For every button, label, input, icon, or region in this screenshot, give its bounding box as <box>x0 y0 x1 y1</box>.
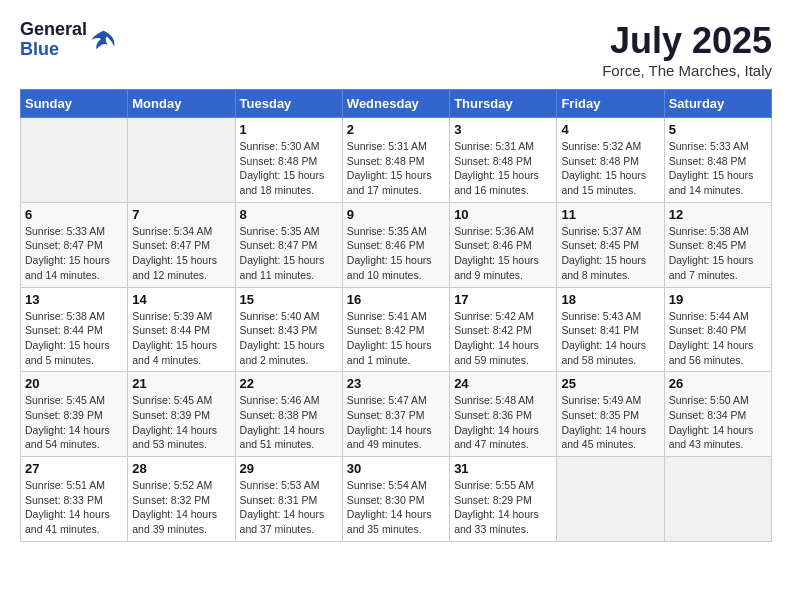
calendar-cell: 3Sunrise: 5:31 AM Sunset: 8:48 PM Daylig… <box>450 118 557 203</box>
weekday-header: Wednesday <box>342 90 449 118</box>
day-number: 11 <box>561 207 659 222</box>
day-number: 8 <box>240 207 338 222</box>
calendar-week-row: 20Sunrise: 5:45 AM Sunset: 8:39 PM Dayli… <box>21 372 772 457</box>
day-detail: Sunrise: 5:45 AM Sunset: 8:39 PM Dayligh… <box>132 393 230 452</box>
calendar-cell: 18Sunrise: 5:43 AM Sunset: 8:41 PM Dayli… <box>557 287 664 372</box>
calendar-cell: 1Sunrise: 5:30 AM Sunset: 8:48 PM Daylig… <box>235 118 342 203</box>
day-detail: Sunrise: 5:39 AM Sunset: 8:44 PM Dayligh… <box>132 309 230 368</box>
calendar-cell: 14Sunrise: 5:39 AM Sunset: 8:44 PM Dayli… <box>128 287 235 372</box>
day-detail: Sunrise: 5:35 AM Sunset: 8:46 PM Dayligh… <box>347 224 445 283</box>
calendar-cell: 31Sunrise: 5:55 AM Sunset: 8:29 PM Dayli… <box>450 457 557 542</box>
calendar-cell: 23Sunrise: 5:47 AM Sunset: 8:37 PM Dayli… <box>342 372 449 457</box>
calendar-cell: 21Sunrise: 5:45 AM Sunset: 8:39 PM Dayli… <box>128 372 235 457</box>
day-number: 14 <box>132 292 230 307</box>
day-number: 27 <box>25 461 123 476</box>
calendar-cell: 22Sunrise: 5:46 AM Sunset: 8:38 PM Dayli… <box>235 372 342 457</box>
page-header: General Blue July 2025 Force, The Marche… <box>20 20 772 79</box>
calendar-cell <box>557 457 664 542</box>
day-number: 13 <box>25 292 123 307</box>
day-number: 4 <box>561 122 659 137</box>
day-detail: Sunrise: 5:45 AM Sunset: 8:39 PM Dayligh… <box>25 393 123 452</box>
logo: General Blue <box>20 20 117 60</box>
day-detail: Sunrise: 5:40 AM Sunset: 8:43 PM Dayligh… <box>240 309 338 368</box>
calendar-cell: 12Sunrise: 5:38 AM Sunset: 8:45 PM Dayli… <box>664 202 771 287</box>
day-number: 5 <box>669 122 767 137</box>
day-detail: Sunrise: 5:43 AM Sunset: 8:41 PM Dayligh… <box>561 309 659 368</box>
day-number: 18 <box>561 292 659 307</box>
weekday-header: Sunday <box>21 90 128 118</box>
calendar-cell: 25Sunrise: 5:49 AM Sunset: 8:35 PM Dayli… <box>557 372 664 457</box>
day-detail: Sunrise: 5:48 AM Sunset: 8:36 PM Dayligh… <box>454 393 552 452</box>
day-number: 23 <box>347 376 445 391</box>
calendar-cell: 30Sunrise: 5:54 AM Sunset: 8:30 PM Dayli… <box>342 457 449 542</box>
day-detail: Sunrise: 5:36 AM Sunset: 8:46 PM Dayligh… <box>454 224 552 283</box>
calendar-cell: 2Sunrise: 5:31 AM Sunset: 8:48 PM Daylig… <box>342 118 449 203</box>
day-detail: Sunrise: 5:38 AM Sunset: 8:45 PM Dayligh… <box>669 224 767 283</box>
calendar-week-row: 1Sunrise: 5:30 AM Sunset: 8:48 PM Daylig… <box>21 118 772 203</box>
calendar-cell: 10Sunrise: 5:36 AM Sunset: 8:46 PM Dayli… <box>450 202 557 287</box>
calendar-cell: 27Sunrise: 5:51 AM Sunset: 8:33 PM Dayli… <box>21 457 128 542</box>
day-detail: Sunrise: 5:35 AM Sunset: 8:47 PM Dayligh… <box>240 224 338 283</box>
day-detail: Sunrise: 5:52 AM Sunset: 8:32 PM Dayligh… <box>132 478 230 537</box>
calendar-cell: 5Sunrise: 5:33 AM Sunset: 8:48 PM Daylig… <box>664 118 771 203</box>
day-detail: Sunrise: 5:54 AM Sunset: 8:30 PM Dayligh… <box>347 478 445 537</box>
logo-bird-icon <box>89 26 117 54</box>
day-number: 3 <box>454 122 552 137</box>
logo-general-text: General <box>20 20 87 40</box>
calendar-cell: 29Sunrise: 5:53 AM Sunset: 8:31 PM Dayli… <box>235 457 342 542</box>
day-number: 22 <box>240 376 338 391</box>
day-number: 29 <box>240 461 338 476</box>
weekday-header: Tuesday <box>235 90 342 118</box>
calendar-week-row: 6Sunrise: 5:33 AM Sunset: 8:47 PM Daylig… <box>21 202 772 287</box>
calendar-table: SundayMondayTuesdayWednesdayThursdayFrid… <box>20 89 772 542</box>
calendar-cell: 15Sunrise: 5:40 AM Sunset: 8:43 PM Dayli… <box>235 287 342 372</box>
calendar-cell: 9Sunrise: 5:35 AM Sunset: 8:46 PM Daylig… <box>342 202 449 287</box>
day-number: 21 <box>132 376 230 391</box>
day-detail: Sunrise: 5:31 AM Sunset: 8:48 PM Dayligh… <box>347 139 445 198</box>
day-detail: Sunrise: 5:37 AM Sunset: 8:45 PM Dayligh… <box>561 224 659 283</box>
day-number: 9 <box>347 207 445 222</box>
day-detail: Sunrise: 5:33 AM Sunset: 8:48 PM Dayligh… <box>669 139 767 198</box>
day-number: 20 <box>25 376 123 391</box>
day-detail: Sunrise: 5:47 AM Sunset: 8:37 PM Dayligh… <box>347 393 445 452</box>
calendar-cell <box>21 118 128 203</box>
month-year: July 2025 <box>602 20 772 62</box>
calendar-cell: 26Sunrise: 5:50 AM Sunset: 8:34 PM Dayli… <box>664 372 771 457</box>
day-detail: Sunrise: 5:49 AM Sunset: 8:35 PM Dayligh… <box>561 393 659 452</box>
calendar-cell: 11Sunrise: 5:37 AM Sunset: 8:45 PM Dayli… <box>557 202 664 287</box>
day-number: 7 <box>132 207 230 222</box>
day-detail: Sunrise: 5:44 AM Sunset: 8:40 PM Dayligh… <box>669 309 767 368</box>
weekday-header-row: SundayMondayTuesdayWednesdayThursdayFrid… <box>21 90 772 118</box>
day-number: 30 <box>347 461 445 476</box>
day-number: 19 <box>669 292 767 307</box>
day-number: 15 <box>240 292 338 307</box>
day-detail: Sunrise: 5:30 AM Sunset: 8:48 PM Dayligh… <box>240 139 338 198</box>
calendar-cell <box>128 118 235 203</box>
calendar-cell <box>664 457 771 542</box>
day-number: 16 <box>347 292 445 307</box>
calendar-week-row: 13Sunrise: 5:38 AM Sunset: 8:44 PM Dayli… <box>21 287 772 372</box>
day-detail: Sunrise: 5:46 AM Sunset: 8:38 PM Dayligh… <box>240 393 338 452</box>
logo-blue-text: Blue <box>20 40 87 60</box>
day-number: 10 <box>454 207 552 222</box>
day-number: 26 <box>669 376 767 391</box>
day-detail: Sunrise: 5:38 AM Sunset: 8:44 PM Dayligh… <box>25 309 123 368</box>
calendar-cell: 28Sunrise: 5:52 AM Sunset: 8:32 PM Dayli… <box>128 457 235 542</box>
calendar-cell: 20Sunrise: 5:45 AM Sunset: 8:39 PM Dayli… <box>21 372 128 457</box>
calendar-cell: 17Sunrise: 5:42 AM Sunset: 8:42 PM Dayli… <box>450 287 557 372</box>
weekday-header: Saturday <box>664 90 771 118</box>
day-detail: Sunrise: 5:55 AM Sunset: 8:29 PM Dayligh… <box>454 478 552 537</box>
calendar-cell: 13Sunrise: 5:38 AM Sunset: 8:44 PM Dayli… <box>21 287 128 372</box>
calendar-cell: 8Sunrise: 5:35 AM Sunset: 8:47 PM Daylig… <box>235 202 342 287</box>
day-number: 28 <box>132 461 230 476</box>
day-number: 25 <box>561 376 659 391</box>
day-detail: Sunrise: 5:32 AM Sunset: 8:48 PM Dayligh… <box>561 139 659 198</box>
day-number: 24 <box>454 376 552 391</box>
calendar-cell: 6Sunrise: 5:33 AM Sunset: 8:47 PM Daylig… <box>21 202 128 287</box>
day-detail: Sunrise: 5:31 AM Sunset: 8:48 PM Dayligh… <box>454 139 552 198</box>
day-number: 2 <box>347 122 445 137</box>
calendar-cell: 19Sunrise: 5:44 AM Sunset: 8:40 PM Dayli… <box>664 287 771 372</box>
day-detail: Sunrise: 5:53 AM Sunset: 8:31 PM Dayligh… <box>240 478 338 537</box>
day-detail: Sunrise: 5:34 AM Sunset: 8:47 PM Dayligh… <box>132 224 230 283</box>
day-detail: Sunrise: 5:41 AM Sunset: 8:42 PM Dayligh… <box>347 309 445 368</box>
